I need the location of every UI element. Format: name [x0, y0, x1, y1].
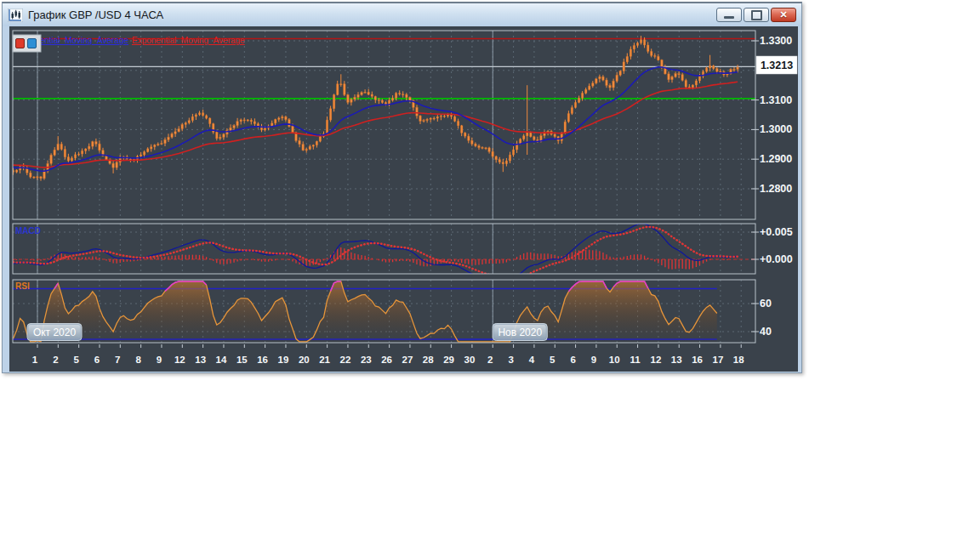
chart-client-area: Exponential_Moving_AverageExponential_Mo…: [9, 26, 798, 372]
svg-text:1.3300: 1.3300: [760, 35, 792, 47]
svg-text:3: 3: [508, 355, 513, 365]
minimize-icon: [724, 16, 734, 19]
candlestick-chart-icon: [8, 9, 23, 22]
svg-text:23: 23: [361, 355, 372, 365]
svg-text:20: 20: [299, 355, 310, 365]
svg-text:29: 29: [443, 355, 454, 365]
svg-text:8: 8: [135, 355, 141, 365]
svg-text:1.2900: 1.2900: [760, 153, 792, 165]
desktop-background: { "window": { "title": "График GBP /USD …: [0, 0, 980, 551]
svg-text:7: 7: [115, 355, 120, 365]
moving-averages-layer: [14, 67, 738, 171]
close-button[interactable]: ✕: [771, 8, 796, 22]
svg-text:6: 6: [570, 355, 575, 365]
svg-text:12: 12: [174, 355, 185, 365]
svg-text:Exponential_Moving_Average: Exponential_Moving_Average: [132, 36, 245, 45]
minimize-button[interactable]: [716, 8, 742, 22]
svg-text:28: 28: [423, 355, 434, 365]
window-titlebar[interactable]: График GBP /USD 4 ЧАСА ✕: [3, 3, 801, 26]
month-label: Нов 2020: [493, 324, 547, 341]
rsi-layer: [13, 281, 717, 343]
svg-text:60: 60: [760, 298, 772, 310]
time-axis: 1256789121314151619202122232627282930234…: [32, 355, 744, 365]
maximize-button[interactable]: [744, 8, 769, 22]
maximize-icon: [751, 10, 762, 20]
month-label: Окт 2020: [27, 324, 82, 341]
window-title: График GBP /USD 4 ЧАСА: [28, 9, 716, 21]
close-icon: ✕: [779, 10, 787, 20]
svg-text:40: 40: [760, 326, 772, 338]
svg-text:2: 2: [487, 355, 493, 365]
svg-text:Окт 2020: Окт 2020: [33, 327, 77, 338]
svg-text:MACD: MACD: [15, 226, 41, 236]
svg-text:9: 9: [157, 355, 162, 365]
svg-text:16: 16: [692, 355, 703, 365]
svg-text:+0.000: +0.000: [760, 253, 793, 265]
svg-text:19: 19: [278, 355, 289, 365]
svg-text:30: 30: [464, 355, 476, 365]
svg-text:10: 10: [609, 355, 620, 365]
svg-text:26: 26: [381, 355, 392, 365]
svg-text:6: 6: [94, 355, 100, 365]
svg-text:Нов 2020: Нов 2020: [498, 327, 542, 338]
svg-text:+0.005: +0.005: [760, 226, 793, 238]
svg-text:12: 12: [651, 355, 662, 365]
svg-text:2: 2: [53, 355, 58, 365]
svg-text:4: 4: [529, 355, 535, 365]
svg-text:11: 11: [630, 355, 641, 365]
svg-text:27: 27: [402, 355, 413, 365]
svg-text:1.3213: 1.3213: [761, 60, 793, 71]
svg-text:15: 15: [236, 355, 248, 365]
svg-text:5: 5: [73, 355, 79, 365]
svg-text:1.3000: 1.3000: [760, 123, 792, 135]
svg-text:RSI: RSI: [15, 281, 30, 291]
price-axis: 1.33001.31001.30001.29001.2800+0.005+0.0…: [751, 35, 793, 338]
svg-text:1: 1: [32, 355, 38, 365]
svg-text:14: 14: [216, 355, 227, 365]
svg-text:13: 13: [195, 355, 206, 365]
svg-text:13: 13: [671, 355, 682, 365]
svg-text:1.3100: 1.3100: [760, 94, 792, 106]
svg-text:1.2800: 1.2800: [760, 183, 792, 195]
svg-text:16: 16: [257, 355, 268, 365]
svg-text:22: 22: [340, 355, 351, 365]
current-price-badge: 1.3213: [756, 56, 797, 74]
svg-text:17: 17: [712, 355, 723, 365]
svg-text:18: 18: [733, 355, 744, 365]
svg-text:21: 21: [319, 355, 330, 365]
price-chart-canvas[interactable]: Exponential_Moving_AverageExponential_Mo…: [9, 26, 800, 372]
price-level-lines: [13, 39, 755, 99]
svg-text:5: 5: [550, 355, 556, 365]
legend: Exponential_Moving_AverageExponential_Mo…: [13, 35, 245, 52]
svg-text:9: 9: [591, 355, 596, 365]
chart-window: График GBP /USD 4 ЧАСА ✕ Exponential_Mov…: [2, 2, 802, 373]
